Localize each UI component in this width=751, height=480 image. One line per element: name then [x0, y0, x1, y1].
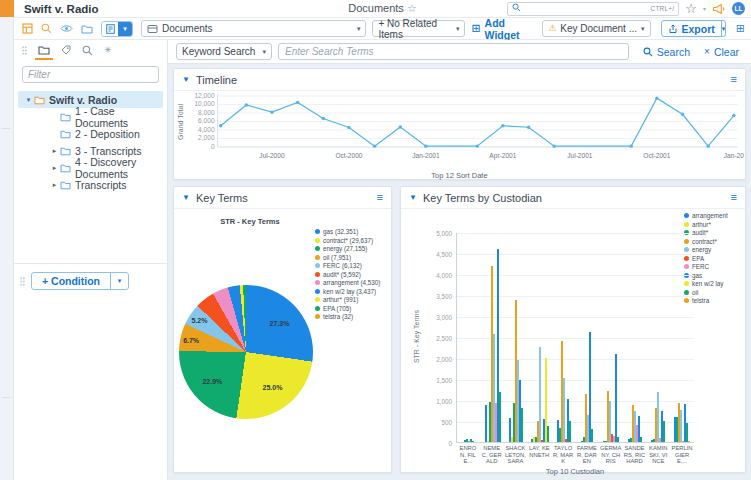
tree-expand-icon[interactable]: ▸ [50, 164, 59, 172]
preview-eye-icon[interactable] [60, 24, 73, 33]
panel-menu-icon[interactable]: ≡ [731, 74, 737, 85]
data-point[interactable] [476, 144, 479, 147]
timeline-chart[interactable]: 02,0004,0006,0008,00010,00012,000Jul-200… [174, 91, 745, 171]
data-point[interactable] [270, 110, 273, 113]
data-point[interactable] [732, 114, 735, 117]
panel-menu-icon[interactable]: ≡ [377, 192, 383, 203]
bar[interactable] [657, 392, 659, 442]
tab-saved-searches[interactable] [82, 40, 93, 60]
data-point[interactable] [219, 124, 222, 127]
legend-item[interactable]: arrangement [684, 212, 742, 219]
tree-filter-input[interactable] [22, 66, 159, 83]
tree-item[interactable]: ▸4 - Discovery Documents [16, 159, 165, 176]
drag-handle-icon[interactable] [20, 277, 25, 286]
search-mode-select[interactable]: Keyword Search ▾ [176, 43, 272, 60]
search-icon [512, 3, 521, 14]
app-logo[interactable] [0, 0, 14, 17]
bar[interactable] [485, 405, 487, 442]
bar[interactable] [617, 437, 619, 442]
bar-category-label: GERMANY, CHRIS [599, 445, 623, 465]
legend-item[interactable]: arthur* [684, 221, 742, 228]
legend-item[interactable]: oil (7,951) [315, 254, 387, 261]
tab-field-tree[interactable] [61, 40, 71, 60]
data-point[interactable] [424, 144, 427, 147]
search-terms-input[interactable] [278, 43, 629, 60]
bar[interactable] [499, 392, 501, 442]
saved-search-grid-icon[interactable] [22, 23, 33, 34]
tab-clusters[interactable]: ✳ [104, 40, 112, 60]
bar[interactable] [680, 410, 682, 442]
key-document-select[interactable]: ⚠ Key Document ... ▾ [542, 20, 650, 37]
global-search-box[interactable]: CTRL+/ [507, 2, 679, 16]
tree-expand-icon[interactable]: ▸ [50, 147, 59, 155]
bar[interactable] [547, 426, 549, 442]
view-select[interactable]: Documents ▾ [141, 20, 366, 37]
bar[interactable] [591, 429, 593, 442]
data-point[interactable] [553, 144, 556, 147]
data-point[interactable] [347, 126, 350, 129]
condition-chevron-down-icon[interactable]: ▾ [110, 273, 128, 289]
data-point[interactable] [681, 113, 684, 116]
bar[interactable] [640, 437, 642, 442]
bar[interactable] [569, 421, 571, 442]
tree-expand-icon[interactable]: ▸ [50, 181, 59, 189]
legend-item[interactable]: arrangement (4,530) [315, 279, 387, 286]
bar[interactable] [539, 347, 541, 442]
layout-grid-icon[interactable]: ⊞ [736, 23, 745, 34]
tree-expand-icon[interactable]: ▾ [24, 96, 33, 104]
tab-folders[interactable] [38, 40, 50, 60]
panel-menu-icon[interactable]: ≡ [731, 192, 737, 203]
collapse-chevron-icon[interactable]: ▼ [182, 193, 190, 202]
data-point[interactable] [706, 144, 709, 147]
collapse-chevron-icon[interactable]: ▼ [409, 193, 417, 202]
favorites-star-icon[interactable]: ☆ [685, 2, 697, 15]
page-favorite-star-icon[interactable]: ☆ [407, 2, 417, 14]
data-point[interactable] [296, 101, 299, 104]
related-items-select[interactable]: + No Related Items ▾ [372, 20, 465, 37]
data-point[interactable] [527, 126, 530, 129]
bar[interactable] [688, 441, 690, 442]
bar[interactable] [615, 354, 617, 442]
bar[interactable] [472, 441, 474, 442]
chevron-down-icon[interactable]: ▾ [703, 5, 706, 12]
legend-item[interactable]: telstra (32) [315, 313, 387, 320]
bar[interactable] [686, 423, 688, 442]
clear-button[interactable]: × Clear [704, 46, 739, 58]
export-chevron-down-icon[interactable]: ▾ [721, 21, 726, 36]
export-split-button[interactable]: Export ▾ [661, 20, 726, 37]
legend-item[interactable]: energy (27,155) [315, 245, 387, 252]
data-point[interactable] [399, 125, 402, 128]
user-avatar[interactable]: LL [732, 2, 745, 15]
bar-plot[interactable] [456, 233, 694, 443]
drag-handle-icon[interactable] [22, 46, 27, 55]
add-condition-button[interactable]: + Condition ▾ [31, 272, 129, 290]
search-button[interactable]: Search [643, 46, 690, 58]
legend-item[interactable]: gas (32,351) [315, 228, 387, 235]
legend-item[interactable]: arthur* (991) [315, 296, 387, 303]
data-point[interactable] [501, 124, 504, 127]
data-point[interactable] [655, 96, 658, 99]
legend-item[interactable]: contract* (29,637) [315, 237, 387, 244]
bar[interactable] [589, 332, 591, 442]
collapse-chevron-icon[interactable]: ▼ [182, 75, 190, 84]
bar[interactable] [663, 421, 665, 442]
search-panel-icon[interactable] [41, 23, 52, 34]
legend-item[interactable]: ken w/2 lay (3,437) [315, 288, 387, 295]
dashboard-split-button[interactable]: ▾ [101, 21, 133, 37]
dashboard-chevron-down-icon[interactable]: ▾ [118, 22, 132, 36]
bar[interactable] [521, 408, 523, 442]
bar[interactable] [563, 378, 565, 442]
announcements-megaphone-icon[interactable] [712, 3, 726, 15]
legend-item[interactable]: EPA (705) [315, 305, 387, 312]
data-point[interactable] [322, 117, 325, 120]
legend-item[interactable]: audit* (5,592) [315, 271, 387, 278]
tree-item[interactable]: 1 - Case Documents [16, 108, 165, 125]
add-widget-button[interactable]: ⊞ Add Widget [471, 17, 532, 41]
data-point[interactable] [245, 103, 248, 106]
pie-chart[interactable]: 27.3%25.0%22.9%6.7%5.2% [179, 285, 313, 419]
data-point[interactable] [373, 144, 376, 147]
legend-item[interactable]: FERC (6,132) [315, 262, 387, 269]
browse-folder-icon[interactable] [81, 24, 93, 34]
dashboard-icon[interactable] [102, 22, 118, 36]
data-point[interactable] [629, 144, 632, 147]
